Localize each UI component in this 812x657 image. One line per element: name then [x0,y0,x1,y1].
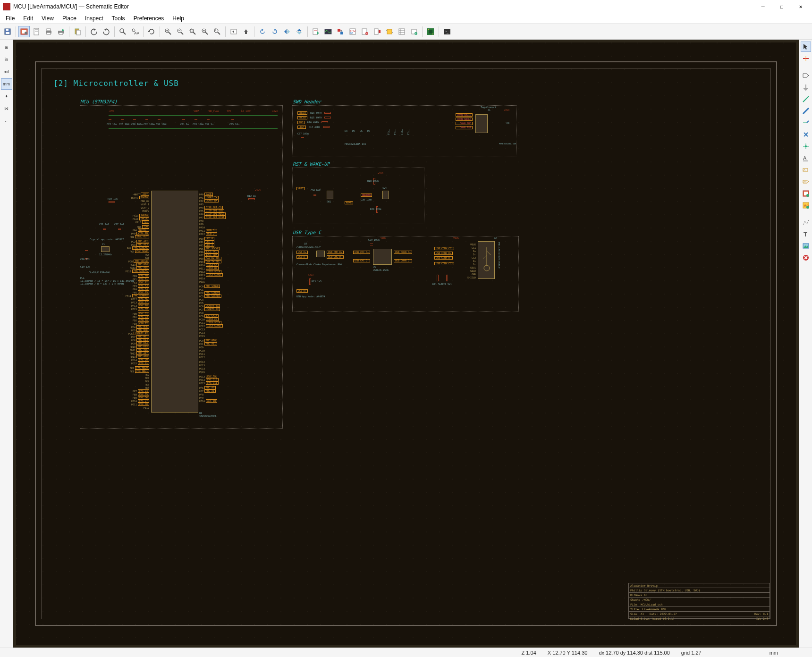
menu-preferences[interactable]: Preferences [130,14,168,23]
scripting-console-button[interactable]: >_ [441,26,453,37]
menu-view[interactable]: View [38,14,58,23]
pin-pb14: PB14 [199,277,205,280]
net-fmc_d1: FMC_D1 [138,362,149,365]
pin-pf7: PF7 [199,390,203,393]
menu-place[interactable]: Place [59,14,80,23]
add-bus-tool[interactable] [801,106,811,116]
add-line-tool[interactable] [801,217,811,227]
add-sheet-tool[interactable] [801,188,811,199]
erc-button[interactable] [310,26,321,37]
zoom-object-button[interactable] [199,26,211,37]
find-button[interactable] [117,26,128,37]
delete-tool[interactable] [801,253,811,263]
symbol-fields-button[interactable] [372,26,383,37]
net-fmc_sdclk: FMC_SDCLK [134,260,149,263]
schematic-canvas[interactable]: [2] Microcontroller & USB MCU (STM32F4) … [13,40,799,648]
nav-up-button[interactable] [240,26,252,37]
block-usb-title: USB Type C [293,230,321,235]
plot-button[interactable] [55,26,67,37]
net-xtal_in: XTAL_IN [136,232,149,235]
bom-button[interactable] [396,26,407,37]
left-tool-6[interactable]: ⌐ [1,115,12,126]
simulator-button[interactable] [322,26,334,37]
rotate-cw-button[interactable] [269,26,280,37]
net-i2s2_sdin: I2S2_SDIN [206,270,221,273]
pin-pg14: PG14 [130,267,135,270]
page-settings-button[interactable] [31,26,42,37]
add-label-tool[interactable]: A [801,153,811,163]
c20 [85,247,88,252]
net-i2s2_sdout: I2S2_SDOUT [206,273,223,277]
zoom-fit-button[interactable] [187,26,198,37]
add-junction-tool[interactable] [801,141,811,152]
zoom-out-button[interactable] [175,26,186,37]
pin-~nrst: ~NRST [133,193,140,196]
find-replace-button[interactable]: A⇄ [129,26,141,37]
add-bus-entry-tool[interactable] [801,118,811,128]
menu-tools[interactable]: Tools [108,14,129,23]
redo-button[interactable] [101,26,112,37]
mirror-v-button[interactable] [281,26,293,37]
add-power-tool[interactable] [801,82,811,93]
left-tool-4[interactable]: ✦ [1,91,12,102]
menu-help[interactable]: Help [169,14,188,23]
save-button[interactable] [2,26,13,37]
net-fmc_a13: FMC_A13 [136,243,149,246]
mirror-h-button[interactable] [294,26,305,37]
pcb-editor-button[interactable] [425,26,436,37]
net-adc_in: ADC_IN [206,399,217,403]
assign-footprints-button[interactable] [335,26,346,37]
cap-c22 [109,118,111,123]
left-tool-2[interactable]: mil [1,66,12,77]
cap-label-c35: C35 10u [229,123,239,126]
add-wire-tool[interactable] [801,94,811,104]
crystal-note: Crystal app note: AN2867 [90,238,124,241]
usb-cmc-dp: USB_CMC_D+ [327,251,344,254]
maximize-button[interactable]: ☐ [773,1,790,12]
annotate-button[interactable]: R42U? [347,26,358,37]
close-button[interactable]: ✕ [792,1,809,12]
erc-run-button[interactable]: ✕ [359,26,371,37]
pin-pb7: PB7 [199,254,203,257]
zoom-in-button[interactable] [162,26,174,37]
swd-in-1: SWCLK [297,116,307,119]
footprint-editor-button[interactable]: + [408,26,420,37]
rotate-ccw-button[interactable] [257,26,268,37]
left-tool-0[interactable]: ⊞ [1,42,12,53]
add-hier-label-tool[interactable]: A◇ [801,177,811,187]
add-symbol-tool[interactable] [801,70,811,81]
zoom-selection-button[interactable] [211,26,223,37]
paste-button[interactable] [72,26,83,37]
undo-button[interactable] [88,26,100,37]
left-tool-3[interactable]: mm [1,78,12,90]
add-global-label-tool[interactable]: A [801,165,811,175]
svg-point-78 [428,29,429,30]
print-button[interactable] [43,26,54,37]
minimize-button[interactable]: — [754,1,771,12]
pin-pd12: PD12 [130,352,135,355]
pin-pc9: PC9 [199,315,203,318]
highlight-net-tool[interactable] [801,53,811,64]
svg-point-37 [214,29,218,33]
pin-pf13: PF13 [131,301,137,304]
cap-label-c26: C26 100n [119,123,130,126]
menu-edit[interactable]: Edit [19,14,37,23]
select-tool[interactable] [801,42,811,52]
symbol-editor-button[interactable] [384,26,395,37]
left-tool-1[interactable]: in [1,54,12,65]
schematic-setup-button[interactable] [18,26,30,37]
menu-inspect[interactable]: Inspect [81,14,107,23]
pin-pc0: PC0 [199,285,203,288]
usb-cmc-dm-2: USB_CMC_D- [353,259,370,262]
refresh-button[interactable] [146,26,157,37]
import-sheet-pin-tool[interactable]: A◇ [801,200,811,211]
add-text-tool[interactable]: T [801,229,811,239]
usb-vbus-2: VBUS [453,236,459,239]
net-usb_d-: USB_D- [206,229,217,232]
left-tool-5[interactable]: ⋈ [1,103,12,114]
menu-file[interactable]: File [2,14,18,23]
add-image-tool[interactable] [801,241,811,251]
svg-point-79 [432,34,433,34]
nav-back-button[interactable] [228,26,239,37]
add-noconnect-tool[interactable] [801,129,811,140]
